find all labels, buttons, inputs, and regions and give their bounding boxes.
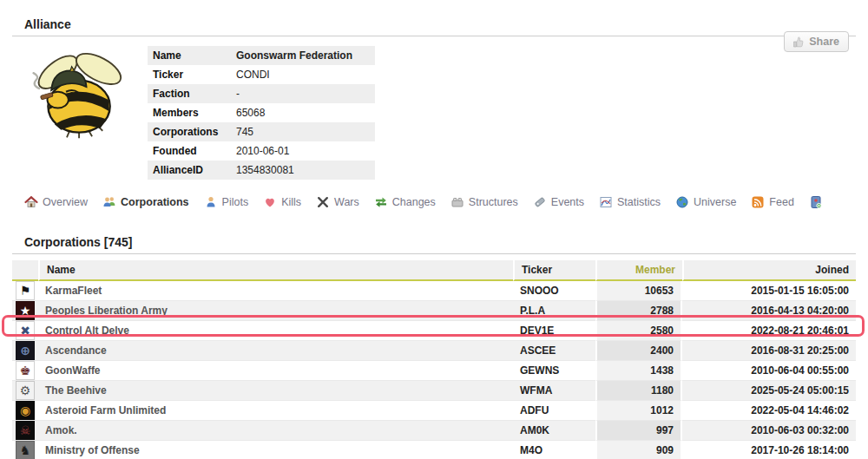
table-row: ⚑ KarmaFleet SNOOO 10653 2015-01-15 16:0… <box>12 281 856 301</box>
corp-logo: ⚙ <box>16 381 35 400</box>
corp-link[interactable]: Ministry of Offense <box>45 444 140 456</box>
tab-pilots[interactable]: Pilots <box>204 195 249 209</box>
table-header-row: Name Ticker Member Joined <box>12 260 856 281</box>
corp-link[interactable]: Control Alt Delve <box>45 325 129 337</box>
tab-wars[interactable]: Wars <box>316 195 359 209</box>
tab-label: Corporations <box>121 196 188 208</box>
corp-member-count: 1012 <box>595 401 682 421</box>
corp-logo: ◉ <box>16 401 35 420</box>
corp-logo: ♚ <box>16 361 35 380</box>
info-value: 2010-06-01 <box>231 141 375 161</box>
tab-label: Statistics <box>617 196 661 208</box>
corp-joined-date: 2015-01-15 16:05:00 <box>682 281 856 301</box>
corp-logo: ⚑ <box>16 281 35 300</box>
corp-link[interactable]: GoonWaffe <box>45 364 101 377</box>
home-icon <box>24 195 38 209</box>
table-row: ⊕ Ascendance ASCEE 2400 2016-08-31 20:25… <box>12 341 856 361</box>
brick-icon <box>450 195 464 209</box>
info-value: - <box>231 84 375 103</box>
alliance-info-table: NameGoonswarm Federation TickerCONDI Fac… <box>148 46 375 180</box>
corp-joined-date: 2017-10-26 18:14:00 <box>682 441 856 459</box>
column-header-ticker[interactable]: Ticker <box>513 260 595 281</box>
info-label: Ticker <box>148 65 231 84</box>
corp-link[interactable]: The Beehive <box>45 384 107 397</box>
corp-ticker: WFMA <box>513 381 595 401</box>
info-row: Founded2010-06-01 <box>148 141 375 161</box>
globe-icon <box>675 195 689 209</box>
info-value: 65068 <box>231 103 375 122</box>
heart-icon <box>263 195 277 209</box>
share-label: Share <box>809 36 839 48</box>
info-value: 1354830081 <box>231 161 375 180</box>
tab-events[interactable]: Events <box>533 195 584 209</box>
table-row: ♞ Ministry of Offense M4O 909 2017-10-26… <box>12 441 856 459</box>
column-header-member[interactable]: Member <box>595 260 682 281</box>
tag-icon <box>533 195 547 209</box>
corp-link[interactable]: Ascendance <box>45 344 107 357</box>
tab-corporations[interactable]: Corporations <box>102 195 188 209</box>
corp-ticker: DEV1E <box>513 321 595 341</box>
corp-joined-date: 2010-06-03 00:32:00 <box>682 421 856 441</box>
corp-ticker: SNOOO <box>513 281 595 301</box>
corp-logo: ☠ <box>16 421 35 440</box>
info-label: Corporations <box>148 122 231 141</box>
tab-label: Feed <box>769 196 794 208</box>
tab-label: Universe <box>694 196 736 208</box>
info-value: Goonswarm Federation <box>231 46 375 65</box>
table-row: ✖ Control Alt Delve DEV1E 2580 2022-08-2… <box>12 321 856 341</box>
corp-ticker: ASCEE <box>513 341 595 361</box>
corp-member-count: 1438 <box>595 361 682 381</box>
table-row: ◉ Asteroid Farm Unlimited ADFU 1012 2022… <box>12 401 856 421</box>
info-value: CONDI <box>231 65 375 84</box>
map-icon <box>809 195 823 209</box>
tab-universe[interactable]: Universe <box>675 195 736 209</box>
corp-joined-date: 2016-08-31 20:25:00 <box>682 341 856 361</box>
info-label: Faction <box>148 84 231 103</box>
corp-link[interactable]: Peoples Liberation Army <box>45 305 168 317</box>
column-header-name[interactable]: Name <box>38 260 513 281</box>
corporations-table: Name Ticker Member Joined ⚑ KarmaFleet S… <box>12 260 856 459</box>
corp-member-count: 997 <box>595 421 682 441</box>
map-link[interactable] <box>809 195 823 209</box>
corp-member-count: 2580 <box>595 321 682 341</box>
tab-statistics[interactable]: Statistics <box>599 195 661 209</box>
info-label: Founded <box>148 141 231 161</box>
tab-feed[interactable]: Feed <box>751 195 794 209</box>
corp-link[interactable]: Amok. <box>45 424 77 436</box>
share-button[interactable]: Share <box>784 31 849 52</box>
corp-member-count: 10653 <box>595 281 682 301</box>
tab-label: Overview <box>43 196 88 208</box>
info-row: NameGoonswarm Federation <box>148 46 375 65</box>
corp-joined-date: 2022-08-21 20:46:01 <box>682 321 856 341</box>
corp-member-count: 2788 <box>595 301 682 321</box>
corp-joined-date: 2010-06-04 00:55:00 <box>682 361 856 381</box>
corp-ticker: AM0K <box>513 421 595 441</box>
rss-icon <box>751 195 765 209</box>
tab-label: Changes <box>392 196 436 208</box>
tab-changes[interactable]: Changes <box>374 195 436 209</box>
corp-link[interactable]: KarmaFleet <box>45 285 102 297</box>
swap-arrows-icon <box>374 195 388 209</box>
tab-bar: Overview Corporations Pilots Kills Wars … <box>12 193 856 211</box>
corp-link[interactable]: Asteroid Farm Unlimited <box>45 404 166 416</box>
thumb-up-icon <box>791 35 805 49</box>
info-value: 745 <box>231 122 375 141</box>
crossed-swords-icon <box>316 195 330 209</box>
tab-label: Kills <box>281 196 301 208</box>
tab-kills[interactable]: Kills <box>263 195 301 209</box>
info-label: Name <box>148 46 231 65</box>
column-header-logo <box>12 260 38 281</box>
corp-logo: ★ <box>16 301 35 320</box>
corp-member-count: 909 <box>595 441 682 459</box>
tab-overview[interactable]: Overview <box>24 195 88 209</box>
table-row: ♚ GoonWaffe GEWNS 1438 2010-06-04 00:55:… <box>12 361 856 381</box>
corp-ticker: GEWNS <box>513 361 595 381</box>
tab-label: Wars <box>334 196 359 208</box>
column-header-joined[interactable]: Joined <box>682 260 856 281</box>
corp-joined-date: 2025-05-24 05:00:15 <box>682 381 856 401</box>
corp-logo: ✖ <box>16 321 35 340</box>
group-icon <box>102 195 116 209</box>
tab-structures[interactable]: Structures <box>450 195 518 209</box>
chart-icon <box>599 195 613 209</box>
tab-label: Pilots <box>222 196 249 208</box>
